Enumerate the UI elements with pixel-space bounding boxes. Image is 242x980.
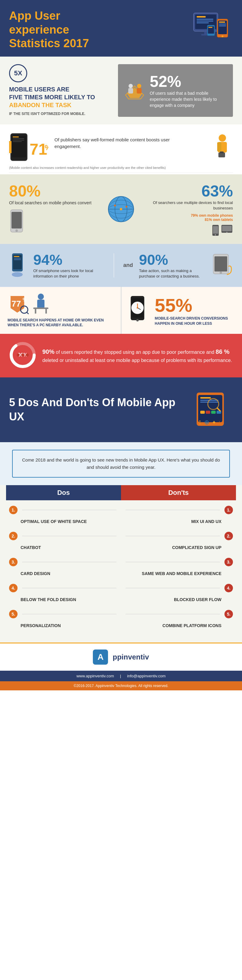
title-line3: Statistics: [9, 37, 60, 49]
5x-badge: 5X: [9, 64, 27, 82]
94-stat: 94% Of smartphone users look for local i…: [33, 251, 105, 279]
svg-point-45: [120, 208, 122, 210]
dos-item-4: 4.: [6, 581, 121, 595]
svg-point-53: [226, 232, 228, 233]
svg-text:77: 77: [11, 299, 21, 309]
stat-55: 55% MOBILE-SEARCH DRIVEN CONVERSIONS HAP…: [122, 287, 242, 334]
svg-point-59: [12, 272, 23, 277]
71-text: Of publishers say well-formed mobile con…: [54, 137, 197, 150]
table-row: 1. 1.: [6, 503, 236, 517]
90-stat: 90% Take action, such as making a purcha…: [139, 251, 233, 279]
dos-item-label-1: OPTIMAL USE OF WHITE SPACE: [21, 519, 118, 524]
svg-rect-38: [11, 212, 22, 229]
dos-item-label-5: PERSONALIZATION: [21, 623, 118, 628]
52-value: 52%: [150, 73, 181, 90]
table-row-2: 2. 2.: [6, 529, 236, 542]
svg-rect-12: [219, 25, 226, 26]
header-text: App User experience Statistics 2017: [9, 9, 89, 51]
94-text: Of smartphone users look for local infor…: [33, 268, 105, 279]
donts-label-2: COMPLICATED SIGN UP: [121, 545, 236, 553]
77-text-area: [32, 293, 50, 315]
dos-label-3: CARD DESIGN: [6, 571, 121, 579]
footer-link-email[interactable]: info@appinventiv.com: [127, 674, 166, 678]
79-value: 79% own mobile phones: [191, 213, 233, 218]
robot-illustration: ↑ ⊕ ✦ ↓: [188, 387, 233, 433]
and-text: and: [123, 262, 133, 269]
line-3: [22, 562, 116, 562]
dos-num-5: 5.: [9, 610, 18, 618]
come2018-box: Come 2018 and the world is going to see …: [12, 450, 230, 477]
donts-label-4: BLOCKED USER FLOW: [121, 597, 236, 605]
header-icon: [191, 11, 233, 48]
svg-rect-28: [13, 142, 22, 142]
svg-point-86: [26, 353, 29, 356]
svg-text:%: %: [23, 297, 27, 302]
svg-point-85: [21, 353, 24, 356]
table-row-4: 4. 4.: [6, 581, 236, 595]
svg-rect-2: [197, 16, 206, 18]
come2018-text: Come 2018 and the world is going to see …: [19, 457, 223, 471]
dos-label-4: BELOW THE FOLD DESIGN: [6, 597, 121, 605]
logo-letter: A: [93, 649, 108, 665]
line-5r: [126, 614, 220, 614]
dos-item-3: 3.: [6, 555, 121, 569]
svg-point-47: [126, 206, 127, 208]
stat-52: 52% Of users said that a bad mobile expe…: [118, 64, 233, 117]
dos-item-label-2: CHATBOT: [21, 545, 118, 550]
donts-item-1: 1.: [121, 503, 236, 517]
section-80-63: 80% Of local searches on mobile phones c…: [0, 174, 242, 244]
77-row: 77 %: [8, 293, 113, 315]
divider: [114, 253, 114, 278]
svg-point-84: [17, 353, 20, 356]
svg-rect-72: [45, 309, 47, 313]
svg-rect-22: [137, 88, 142, 94]
line-2: [22, 536, 116, 536]
dos-labels-row-3: CARD DESIGN SAME WEB AND MOBILE EXPERIEN…: [6, 571, 236, 579]
footer-copyright: ©2016-2017. Appinventiv Technologies. Al…: [0, 681, 242, 690]
svg-rect-5: [197, 22, 209, 23]
donts-label-5: COMBINE PLATFORM ICONS: [121, 623, 236, 631]
dos-item-1: 1.: [6, 503, 121, 517]
footer-separator: |: [120, 674, 121, 678]
footer-link-web[interactable]: www.appinventiv.com: [76, 674, 114, 678]
logo-a-letter: A: [97, 652, 103, 662]
90-percent: 90%: [139, 251, 207, 268]
svg-point-80: [136, 319, 139, 321]
line-3r: [126, 562, 220, 562]
80-phone-icon: [9, 209, 97, 234]
donts-item-label-5: COMBINE PLATFORM ICONS: [124, 623, 221, 628]
dos-labels-row-5: PERSONALIZATION COMBINE PLATFORM ICONS: [6, 623, 236, 631]
logo-rest: inventiv: [122, 653, 149, 661]
dos-item-label-4: BELOW THE FOLD DESIGN: [21, 597, 118, 602]
globe-icon: [103, 182, 139, 236]
svg-point-68: [38, 294, 44, 300]
person-silhouette: [203, 132, 233, 162]
55-text-area: 55% MOBILE-SEARCH DRIVEN CONVERSIONS HAP…: [155, 294, 235, 326]
stat-5x: 5X MOBILE USERS ARE FIVE TIMES MORE LIKE…: [9, 64, 112, 117]
77-text: MOBILE SEARCH HAPPENS AT HOME OR WORK EV…: [8, 318, 113, 328]
stat-77: 77 % MOBILE SEARCH HAPPEN: [0, 287, 122, 334]
dos-item-label-3: CARD DESIGN: [21, 571, 118, 576]
5x-line3: ABANDON THE TASK: [9, 102, 72, 108]
dos-num-4: 4.: [9, 584, 18, 592]
71-text-area: Of publishers say well-formed mobile con…: [54, 132, 197, 150]
donts-header: Don'ts: [121, 485, 236, 500]
phone-71-container: 71 %: [9, 132, 48, 164]
svg-rect-25: [13, 137, 19, 137]
svg-rect-70: [33, 307, 48, 309]
55-text: MOBILE-SEARCH DRIVEN CONVERSIONS HAPPEN …: [155, 316, 235, 326]
line-5: [22, 614, 116, 614]
donts-item-2: 2.: [121, 529, 236, 542]
svg-line-67: [27, 312, 29, 314]
table-row-3: 3. 3.: [6, 555, 236, 569]
5dos-title: 5 Dos And Don'ts Of Mobile App UX: [9, 396, 182, 424]
stats-section: 5X MOBILE USERS ARE FIVE TIMES MORE LIKE…: [0, 57, 242, 124]
donts-item-label-1: MIX UI AND UX: [124, 519, 221, 524]
stat-63: 63% Of searchers use multiple devices to…: [145, 182, 233, 236]
mobile-users-text: MOBILE USERS ARE FIVE TIMES MORE LIKELY …: [9, 85, 112, 117]
header-section: App User experience Statistics 2017: [0, 0, 242, 57]
5x-line1: MOBILE USERS ARE: [9, 86, 69, 92]
title-line1: App User: [9, 10, 60, 22]
svg-rect-89: [200, 397, 211, 399]
donts-num-3: 3.: [224, 558, 233, 566]
